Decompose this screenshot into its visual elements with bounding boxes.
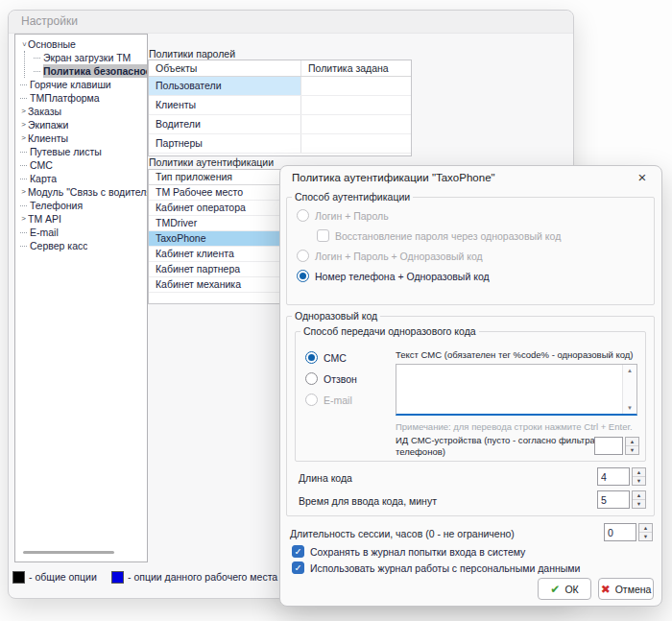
- tree-item-sms[interactable]: СМС: [15, 158, 147, 172]
- tree-item-email[interactable]: E-mail: [15, 226, 147, 239]
- otp-group-title: Одноразовый код: [292, 310, 380, 322]
- tree-item-map[interactable]: Карта: [15, 172, 147, 185]
- scroll-up-icon[interactable]: ▲: [623, 366, 636, 375]
- spin-down-icon[interactable]: ▼: [626, 446, 638, 454]
- auth-method-group-title: Способ аутентификации: [292, 191, 413, 203]
- settings-tree: > Основные Экран загрузки ТМ Политика бе…: [14, 34, 148, 562]
- column-header-policy-set[interactable]: Политика задана: [301, 60, 411, 76]
- session-length-spinner: ▲▼: [604, 523, 653, 541]
- tree-item-tmplatform[interactable]: ТМПлатформа: [15, 91, 147, 105]
- checkbox-password-recovery: Восстановление пароля через одноразовый …: [317, 228, 654, 243]
- radio-callback[interactable]: Отзвон: [305, 371, 357, 386]
- tree-connector: [20, 84, 27, 85]
- chevron-down-icon: >: [17, 40, 31, 49]
- close-icon[interactable]: ×: [633, 168, 652, 187]
- auth-policies-title: Политики аутентификации: [149, 156, 274, 168]
- settings-window-title: Настройки: [21, 14, 78, 28]
- sms-device-id-input[interactable]: [594, 437, 623, 455]
- spin-up-icon[interactable]: ▲: [633, 491, 645, 500]
- checkbox-log-login-attempts[interactable]: ✓ Сохранять в журнал попытки входа в сис…: [292, 544, 525, 559]
- check-icon: ✔: [550, 583, 560, 596]
- checkbox-personal-data-journal[interactable]: ✓ Использовать журнал работы с персональ…: [292, 561, 580, 575]
- legend-workplace-label: - опции данного рабочего места: [128, 571, 277, 583]
- table-row-users[interactable]: Пользователи: [149, 77, 411, 96]
- spin-down-icon[interactable]: ▼: [639, 533, 652, 540]
- auth-policy-dialog: Политика аутентификации "TaxoPhone" × Сп…: [279, 165, 662, 607]
- legend-common-label: - общие опции: [29, 571, 97, 583]
- tree-item-crews[interactable]: > Экипажи: [15, 118, 147, 131]
- code-length-input[interactable]: [597, 467, 630, 486]
- tree-item-clients[interactable]: > Клиенты: [15, 131, 147, 145]
- tree-connector: [20, 246, 27, 247]
- tree-connector: [20, 165, 27, 166]
- tree-connector: [20, 152, 27, 153]
- cross-icon: ✖: [601, 583, 611, 596]
- table-header[interactable]: Объекты Политика задана: [149, 60, 411, 77]
- radio-selected-icon: [297, 270, 309, 282]
- radio-icon: [305, 394, 318, 406]
- otp-group: Одноразовый код Способ передачи одноразо…: [286, 310, 655, 516]
- cancel-button[interactable]: ✖ Отмена: [598, 578, 654, 600]
- tree-item-orders[interactable]: > Заказы: [15, 105, 147, 118]
- sms-text-input[interactable]: [396, 365, 627, 417]
- tree-connector: [20, 98, 27, 99]
- spin-down-icon[interactable]: ▼: [633, 477, 645, 485]
- checkbox-icon: [317, 229, 329, 242]
- tree-item-waybills[interactable]: Путевые листы: [15, 145, 147, 158]
- tree-item-loading-screen[interactable]: Экран загрузки ТМ: [25, 51, 147, 64]
- tree-item-security-policy[interactable]: Политика безопасност: [25, 64, 147, 78]
- radio-phone-otp[interactable]: Номер телефона + Одноразовый код: [297, 269, 654, 283]
- spin-buttons: ▲▼: [638, 523, 653, 541]
- code-length-spinner: ▲▼: [597, 467, 646, 486]
- tree-item-tm-api[interactable]: > ТМ API: [15, 212, 147, 226]
- radio-sms[interactable]: СМС: [305, 350, 347, 365]
- spin-buttons: ▲▼: [632, 490, 646, 509]
- legend-common-swatch: [12, 571, 25, 584]
- settings-titlebar: Настройки: [9, 11, 573, 34]
- column-header-objects[interactable]: Объекты: [149, 60, 301, 76]
- radio-selected-icon: [305, 351, 318, 364]
- spin-up-icon[interactable]: ▲: [639, 524, 652, 533]
- tree-horizontal-scrollbar[interactable]: [23, 551, 114, 554]
- tree-item-hotkeys[interactable]: Горячие клавиши: [15, 78, 147, 91]
- radio-login-password: Логин + Пароль: [297, 208, 654, 223]
- tree-connector: [20, 232, 27, 233]
- spin-up-icon[interactable]: ▲: [633, 468, 645, 477]
- tree-connector: [34, 58, 40, 59]
- chevron-right-icon: >: [19, 118, 28, 131]
- session-length-input[interactable]: [604, 523, 636, 541]
- scroll-down-icon[interactable]: ▼: [623, 403, 636, 413]
- tree-item-cash-server[interactable]: Сервер касс: [15, 239, 147, 252]
- code-time-spinner: ▲▼: [597, 490, 646, 509]
- table-row-partners[interactable]: Партнеры: [149, 134, 411, 154]
- ok-button[interactable]: ✔ ОК: [538, 578, 591, 600]
- tree-item-telephony[interactable]: Телефония: [15, 199, 147, 212]
- spin-buttons: ▲▼: [632, 467, 646, 486]
- auth-method-group: Способ аутентификации Логин + Пароль Вос…: [286, 191, 655, 305]
- tree-item-main[interactable]: > Основные: [15, 37, 147, 51]
- chevron-right-icon: >: [19, 131, 28, 145]
- chevron-right-icon: >: [19, 212, 28, 226]
- tree-connector: [34, 71, 40, 72]
- radio-login-password-otp: Логин + Пароль + Одноразовый код: [297, 249, 654, 263]
- otp-delivery-group: Способ передачи одноразового кода СМС От…: [295, 325, 646, 462]
- textarea-scrollbar[interactable]: ▲ ▼: [622, 365, 636, 414]
- tree-connector: [20, 179, 27, 179]
- chevron-right-icon: >: [19, 185, 28, 199]
- table-row-drivers[interactable]: Водители: [149, 115, 411, 134]
- sms-note: Примечание: для перевода строки нажмите …: [396, 421, 633, 432]
- password-policies-table: Объекты Политика задана Пользователи Кли…: [148, 60, 412, 156]
- dialog-title: Политика аутентификации "TaxoPhone": [292, 172, 495, 183]
- tree-item-driver-link-module[interactable]: > Модуль "Связь с водителя: [15, 185, 147, 199]
- code-length-label: Длина кода: [299, 472, 352, 484]
- sms-device-id-label: ИД СМС-устройства (пусто - согласно филь…: [396, 435, 605, 458]
- sms-text-field-frame: ▲ ▼: [396, 364, 637, 416]
- spin-up-icon[interactable]: ▲: [626, 438, 638, 446]
- legend-workplace-swatch: [111, 571, 124, 584]
- otp-delivery-group-title: Способ передачи одноразового кода: [300, 325, 479, 337]
- radio-icon: [297, 250, 309, 262]
- code-time-input[interactable]: [597, 490, 630, 509]
- table-row-clients[interactable]: Клиенты: [149, 96, 411, 115]
- code-time-label: Время для ввода кода, минут: [299, 495, 437, 507]
- spin-down-icon[interactable]: ▼: [633, 500, 645, 508]
